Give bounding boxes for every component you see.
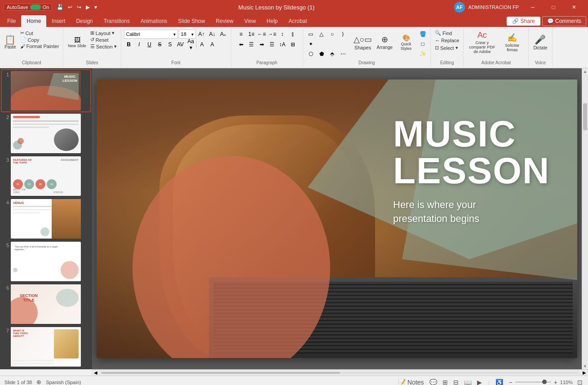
- undo-button[interactable]: ↩: [66, 3, 74, 11]
- reset-button[interactable]: ↺ Reset: [89, 36, 118, 43]
- character-spacing-button[interactable]: AV: [176, 40, 186, 49]
- more-shapes[interactable]: ⋯: [338, 49, 348, 58]
- font-color-button[interactable]: A: [197, 40, 207, 49]
- find-button[interactable]: 🔍 Find: [433, 30, 460, 36]
- bold-button[interactable]: B: [124, 40, 134, 49]
- slide-item-6[interactable]: 6 SECTIONTITLE: [2, 283, 90, 325]
- restore-button[interactable]: □: [543, 0, 564, 14]
- shape-2[interactable]: △: [317, 30, 327, 39]
- tab-animations[interactable]: Animations: [135, 15, 172, 27]
- shape-3[interactable]: ○: [327, 30, 337, 39]
- tab-view[interactable]: View: [239, 15, 261, 27]
- tab-transitions[interactable]: Transitions: [98, 15, 135, 27]
- new-slide-button[interactable]: 🖼 New Slide: [66, 30, 88, 55]
- bullets-button[interactable]: ≡: [236, 30, 246, 39]
- create-pdf-button[interactable]: Ac Crear y compartir PDF de Adobe: [466, 30, 498, 55]
- effects-button[interactable]: ✨: [418, 49, 428, 58]
- font-size-box[interactable]: 18 ▾: [179, 30, 196, 39]
- scroll-thumb-horizontal[interactable]: [101, 372, 340, 374]
- tab-review[interactable]: Review: [210, 15, 239, 27]
- section-button[interactable]: ☰ Section ▾: [89, 43, 118, 50]
- slide-item-5[interactable]: 5 "You can think of all of humanity as a…: [2, 241, 90, 282]
- clear-format-button[interactable]: Aₓ: [218, 30, 228, 39]
- slide-canvas[interactable]: MUSIC LESSON Here is where yourpresentat…: [97, 80, 577, 358]
- minimize-button[interactable]: ─: [522, 0, 543, 14]
- scroll-down-button[interactable]: ▼: [582, 363, 588, 369]
- zoom-slider[interactable]: [515, 381, 551, 383]
- outline-button[interactable]: □: [418, 40, 428, 49]
- tab-acrobat[interactable]: Acrobat: [283, 15, 312, 27]
- zoom-out-button[interactable]: −: [508, 378, 513, 385]
- slide-item-4[interactable]: 4 VENUS: [2, 198, 90, 239]
- solicitar-firmas-button[interactable]: ✍ Solicitar firmas: [499, 30, 526, 55]
- right-scrollbar[interactable]: ▲ ▼: [582, 68, 588, 369]
- tab-insert[interactable]: Insert: [46, 15, 71, 27]
- paste-button[interactable]: 📋 Paste: [3, 30, 18, 55]
- layout-button[interactable]: ⊞ Layout ▾: [89, 30, 118, 36]
- shape-5[interactable]: ✦: [306, 40, 316, 49]
- slide-sorter-button[interactable]: ⊟: [452, 378, 460, 385]
- slide-panel[interactable]: 1 MUSICLESSON 2: [0, 68, 92, 369]
- shape-8[interactable]: ⬘: [327, 49, 337, 58]
- copy-button[interactable]: 📄 Copy: [19, 36, 61, 43]
- accessibility-button[interactable]: ♿: [495, 378, 504, 385]
- align-center-button[interactable]: ☰: [247, 40, 256, 49]
- qat-more[interactable]: ▾: [93, 3, 99, 11]
- notes-button[interactable]: 📝 Notes: [397, 378, 424, 385]
- justify-button[interactable]: ☰: [267, 40, 277, 49]
- quick-styles-button[interactable]: 🎨 Quick Styles: [395, 30, 417, 55]
- share-button[interactable]: 🔗 Share: [507, 17, 540, 26]
- tab-file[interactable]: File: [2, 15, 21, 27]
- scroll-right-button[interactable]: ▶: [581, 370, 588, 375]
- underline-button[interactable]: U: [145, 40, 155, 49]
- bottom-scrollbar[interactable]: ◀ ▶: [92, 369, 588, 376]
- strikethrough-button[interactable]: S: [155, 40, 165, 49]
- increase-indent-button[interactable]: →≡: [267, 30, 277, 39]
- cut-button[interactable]: ✂ Cut: [19, 30, 61, 36]
- text-direction-button[interactable]: ↕A: [278, 40, 287, 49]
- shape-4[interactable]: ⟩: [338, 30, 348, 39]
- autosave-toggle[interactable]: [30, 4, 41, 10]
- shapes-button[interactable]: △○▭ Shapes: [352, 30, 374, 55]
- scroll-track-horizontal[interactable]: [101, 372, 579, 374]
- slide-item-1[interactable]: 1 MUSICLESSON: [2, 70, 90, 111]
- arrange-button[interactable]: ⊕ Arrange: [375, 30, 394, 55]
- shape-6[interactable]: ⬡: [306, 49, 316, 58]
- font-name-box[interactable]: Calibri ▾: [124, 30, 178, 39]
- numbering-button[interactable]: 1≡: [247, 30, 256, 39]
- slide-item-2[interactable]: 2: [2, 113, 90, 154]
- tab-help[interactable]: Help: [261, 15, 283, 27]
- format-painter-button[interactable]: 🖌 Format Painter: [19, 43, 61, 49]
- decrease-font-button[interactable]: A↓: [208, 30, 217, 39]
- font-dropdown-icon[interactable]: ▾: [173, 32, 176, 37]
- highlight-button[interactable]: A: [208, 40, 217, 49]
- present-button[interactable]: ▶: [84, 3, 92, 11]
- scroll-track-vertical[interactable]: [582, 75, 588, 363]
- language-indicator[interactable]: Spanish (Spain): [46, 380, 81, 385]
- redo-button[interactable]: ↪: [75, 3, 83, 11]
- reading-view-button[interactable]: 📖: [463, 378, 473, 385]
- close-button[interactable]: ✕: [564, 0, 584, 14]
- font-size-dropdown-icon[interactable]: ▾: [191, 32, 194, 37]
- columns-button[interactable]: ⫿: [288, 30, 298, 39]
- shape-1[interactable]: ▭: [306, 30, 316, 39]
- slide-accessibility-icon[interactable]: ⊕: [36, 379, 41, 385]
- align-right-button[interactable]: ➡: [257, 40, 267, 49]
- tab-home[interactable]: Home: [21, 15, 46, 27]
- scroll-thumb-vertical[interactable]: [583, 103, 587, 130]
- change-case-button[interactable]: Aa ▾: [186, 40, 196, 49]
- fill-button[interactable]: 🪣: [418, 30, 428, 39]
- decrease-indent-button[interactable]: ←≡: [257, 30, 267, 39]
- select-button[interactable]: ⊡ Select ▾: [433, 44, 460, 51]
- align-left-button[interactable]: ⬅: [236, 40, 246, 49]
- text-shadow-button[interactable]: S: [165, 40, 175, 49]
- shape-7[interactable]: ⬟: [317, 49, 327, 58]
- line-spacing-button[interactable]: ↕: [278, 30, 287, 39]
- tab-slideshow[interactable]: Slide Show: [172, 15, 210, 27]
- comments-status-button[interactable]: 💬: [429, 378, 438, 385]
- replace-button[interactable]: ↔ Replace: [433, 37, 460, 44]
- slide-item-7[interactable]: 7 WHAT ISTHIS TOPICABOUT?: [2, 326, 90, 367]
- zoom-in-button[interactable]: +: [553, 378, 558, 385]
- dictate-button[interactable]: 🎤 Dictate: [531, 30, 549, 55]
- slide-item-3[interactable]: 3 FEATURES OFTHE TOPIC ASSIGNMENT 01 02 …: [2, 155, 90, 197]
